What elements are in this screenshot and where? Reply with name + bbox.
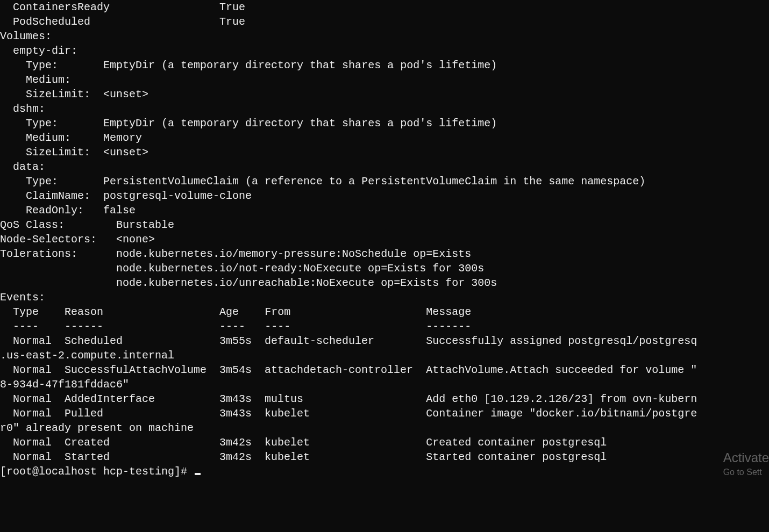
events-dash-reason: ------ (65, 320, 103, 333)
volume-emptydir-sizelimit-value: <unset> (103, 88, 148, 100)
cursor-icon (195, 473, 201, 475)
volume-data-type-value: PersistentVolumeClaim (a reference to a … (103, 175, 645, 188)
qos-value: Burstable (116, 219, 174, 231)
volume-data-claimname-label: ClaimName: (26, 190, 90, 202)
events-dash-from: ---- (265, 320, 290, 333)
volumes-header: Volumes: (0, 30, 52, 42)
volume-emptydir-sizelimit-label: SizeLimit: (26, 88, 90, 100)
node-selectors-label: Node-Selectors: (0, 233, 97, 246)
cond-containersready-label: ContainersReady (13, 1, 110, 13)
events-col-message: Message (426, 306, 471, 318)
volume-dshm-sizelimit-value: <unset> (103, 146, 148, 159)
volume-data-name: data: (13, 161, 45, 173)
toleration-line-1: node.kubernetes.io/memory-pressure:NoSch… (116, 248, 471, 260)
volume-dshm-type-value: EmptyDir (a temporary directory that sha… (103, 117, 497, 130)
volume-data-claimname-value: postgresql-volume-clone (103, 190, 252, 202)
events-header: Events: (0, 291, 45, 304)
volume-dshm-type-label: Type: (26, 117, 58, 130)
volume-emptydir-medium-label: Medium: (26, 74, 71, 86)
toleration-line-3: node.kubernetes.io/unreachable:NoExecute… (116, 277, 497, 289)
events-dash-type: ---- (13, 320, 39, 333)
events-col-age: Age (219, 306, 239, 318)
cond-podscheduled-value: True (219, 16, 245, 28)
volume-dshm-medium-value: Memory (103, 132, 142, 144)
volume-data-type-label: Type: (26, 175, 58, 188)
volume-emptydir-name: empty-dir: (13, 45, 77, 57)
toleration-line-2: node.kubernetes.io/not-ready:NoExecute o… (116, 262, 484, 275)
cond-podscheduled-label: PodScheduled (13, 16, 90, 28)
events-col-type: Type (13, 306, 39, 318)
events-dash-message: ------- (426, 320, 471, 333)
cond-containersready-label (0, 1, 13, 13)
events-col-reason: Reason (65, 306, 103, 318)
volume-data-readonly-label: ReadOnly: (26, 204, 84, 217)
events-dash-age: ---- (219, 320, 245, 333)
shell-prompt[interactable]: [root@localhost hcp-testing]# (0, 465, 194, 478)
volume-dshm-sizelimit-label: SizeLimit: (26, 146, 90, 159)
volume-emptydir-type-label: Type: (26, 59, 58, 71)
volume-dshm-medium-label: Medium: (26, 132, 71, 144)
terminal-output[interactable]: ContainersReady True PodScheduled True V… (0, 0, 769, 479)
qos-label: QoS Class: (0, 219, 65, 231)
tolerations-label: Tolerations: (0, 248, 77, 260)
cond-containersready-value: True (219, 1, 245, 13)
volume-data-readonly-value: false (103, 204, 136, 217)
volume-dshm-name: dshm: (13, 103, 45, 115)
events-col-from: From (265, 306, 290, 318)
node-selectors-value: <none> (116, 233, 155, 246)
volume-emptydir-type-value: EmptyDir (a temporary directory that sha… (103, 59, 497, 71)
